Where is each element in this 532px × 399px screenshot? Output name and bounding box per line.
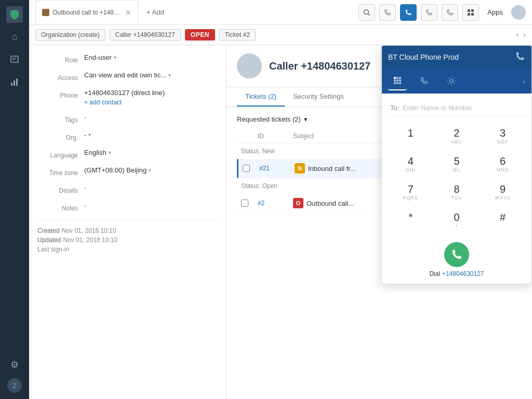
key-7[interactable]: 7PQRS [388, 179, 433, 206]
meta-created: Created Nov 01, 2018 10:10 [37, 227, 218, 234]
dialer-nav-settings[interactable] [442, 72, 461, 90]
dial-action: Dial +14804630127 [388, 242, 525, 277]
header-user-avatar[interactable] [511, 5, 526, 20]
language-value[interactable]: English ▾ [84, 149, 218, 156]
key-8[interactable]: 8TUV [434, 179, 480, 206]
notes-text: - [84, 202, 86, 209]
phone-text: +14804630127 (direct line) [84, 89, 165, 97]
timezone-value[interactable]: (GMT+08:00) Beijing ▾ [84, 166, 218, 174]
tags-label: Tags [37, 113, 84, 124]
phone-button-4[interactable] [442, 4, 458, 21]
meta-last-signin: Last sign-in [37, 246, 218, 253]
key-5[interactable]: 5JKL [434, 151, 480, 178]
sidebar-item-reports[interactable] [5, 73, 24, 91]
phone-button-2[interactable] [400, 4, 417, 21]
apps-grid-button[interactable] [462, 4, 479, 21]
language-text: English [84, 149, 107, 156]
svg-rect-11 [471, 13, 474, 16]
tab-icon [42, 9, 49, 16]
dialer-nav-phone[interactable] [415, 72, 434, 90]
dial-number: +14804630127 [442, 270, 484, 277]
key-num: 7 [408, 183, 414, 195]
apps-label: Apps [483, 4, 507, 21]
dialer-number-input[interactable] [403, 104, 523, 112]
tab-tickets[interactable]: Tickets (2) [237, 87, 285, 107]
user-avatar-large [237, 54, 262, 78]
ticket-id: #21 [259, 165, 290, 172]
key-6[interactable]: 6MNO [480, 151, 525, 178]
svg-line-7 [368, 14, 370, 16]
sidebar-item-settings[interactable]: ⚙ [5, 355, 24, 374]
key-num: # [500, 211, 506, 223]
breadcrumb-bar: Organization (create) Caller +1480463012… [29, 25, 532, 45]
key-num: * [408, 211, 413, 223]
dialer-nav-more[interactable]: › [523, 77, 525, 85]
key-alpha: JKL [452, 167, 462, 174]
breadcrumb-org[interactable]: Organization (create) [35, 29, 105, 41]
breadcrumb-nav-next[interactable]: › [523, 30, 526, 39]
updated-value: Nov 01, 2018 10:10 [63, 236, 117, 244]
phone-button-3[interactable] [421, 4, 437, 21]
dialer-phone-icon[interactable] [515, 51, 525, 64]
timezone-label: Time zone [37, 166, 84, 177]
top-bar: Outbound call to +14804... #2 ✕ + Add [29, 0, 532, 25]
org-value[interactable]: - ▾ [84, 131, 218, 139]
form-row-details: Details - [37, 184, 218, 194]
key-*[interactable]: * [388, 207, 433, 234]
key-9[interactable]: 9WXYZ [480, 179, 525, 206]
key-alpha: ABC [451, 139, 462, 145]
ticket-id: #2 [258, 200, 289, 207]
tags-value[interactable]: - [84, 113, 218, 121]
breadcrumb-nav-prev[interactable]: ‹ [516, 30, 518, 39]
tab-close-button[interactable]: ✕ [125, 8, 131, 17]
dialer-nav-keypad[interactable] [388, 72, 407, 90]
ticket-row-checkbox[interactable] [241, 200, 248, 207]
language-label: Language [37, 149, 84, 159]
sidebar-item-tickets[interactable] [5, 50, 24, 69]
key-0[interactable]: 0+ [434, 207, 480, 234]
svg-point-13 [244, 69, 255, 73]
key-4[interactable]: 4GHI [388, 151, 433, 178]
key-alpha: GHI [406, 167, 416, 174]
key-num: 0 [454, 211, 459, 223]
svg-rect-17 [394, 79, 396, 82]
role-text: End-user [84, 54, 112, 61]
sidebar-user-avatar[interactable]: Z [7, 378, 22, 393]
key-2[interactable]: 2ABC [434, 123, 480, 150]
svg-rect-8 [468, 9, 470, 12]
tab-security[interactable]: Security Settings [285, 87, 352, 107]
timezone-text: (GMT+08:00) Beijing [84, 166, 147, 174]
key-#[interactable]: # [480, 207, 525, 234]
key-1[interactable]: 1 [388, 123, 433, 150]
sidebar-logo [6, 6, 23, 23]
requested-header-text: Requested tickets (2) [237, 115, 301, 123]
breadcrumb-ticket[interactable]: Ticket #2 [219, 29, 256, 41]
ticket-row-checkbox[interactable] [243, 165, 250, 172]
phone-button-1[interactable] [379, 4, 396, 21]
svg-rect-19 [399, 79, 401, 82]
key-3[interactable]: 3DEF [480, 123, 525, 150]
timezone-arrow-icon: ▾ [149, 167, 151, 173]
key-num: 1 [408, 127, 414, 139]
dial-button[interactable] [444, 242, 469, 267]
tab-title: Outbound call to +14804... #2 [52, 9, 120, 16]
created-label: Created [37, 227, 60, 234]
active-tab[interactable]: Outbound call to +14804... #2 ✕ [35, 0, 138, 24]
dialer-to-label: To: [390, 104, 403, 112]
ticket-badge-n: N [295, 163, 305, 174]
add-tab-button[interactable]: + Add [142, 6, 168, 18]
key-num: 2 [454, 127, 459, 139]
breadcrumb-caller[interactable]: Caller +14804630127 [110, 29, 181, 41]
toolbar-icons: Apps [358, 4, 526, 21]
form-row-tags: Tags - [37, 113, 218, 124]
add-contact-link[interactable]: + add contact [84, 99, 218, 106]
tab-tickets-label: Tickets (2) [245, 92, 276, 100]
form-row-phone: Phone +14804630127 (direct line) + add c… [37, 89, 218, 106]
sidebar-item-home[interactable]: ⌂ [5, 27, 24, 46]
role-value[interactable]: End-user ▾ [84, 54, 218, 61]
access-value[interactable]: Can view and edit own tic... ▾ [84, 71, 218, 79]
dialer-nav: › [382, 69, 531, 94]
dial-hint-row: Dial +14804630127 [429, 270, 484, 277]
key-alpha: PQRS [403, 195, 419, 202]
search-button[interactable] [358, 4, 375, 21]
